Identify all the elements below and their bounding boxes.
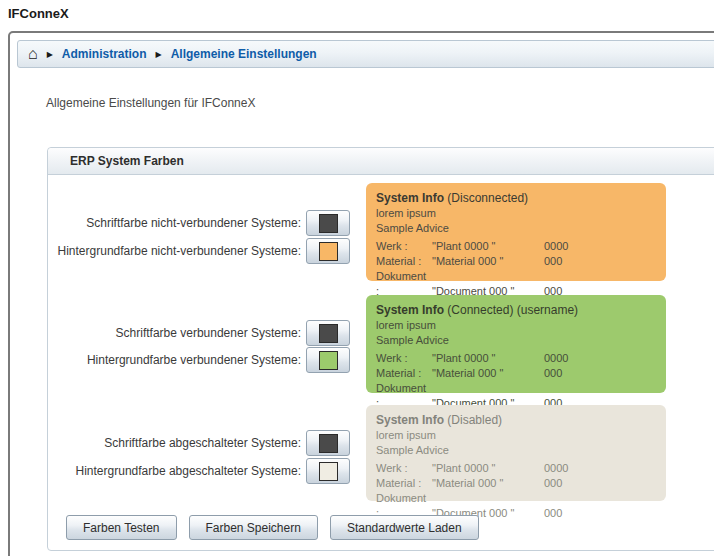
color-picker-button-background-disconnected[interactable] <box>306 238 350 264</box>
color-swatch <box>319 214 338 233</box>
action-button-row: Farben Testen Farben Speichern Standardw… <box>66 515 479 540</box>
setting-label: Hintergrundfarbe nicht-verbundener Syste… <box>48 238 301 264</box>
color-picker-button-font-disabled[interactable] <box>306 430 350 456</box>
preview-line: lorem ipsum <box>376 428 656 443</box>
setting-label: Schriftfarbe abgeschalteter Systeme: <box>48 430 301 456</box>
breadcrumb-link-administration[interactable]: Administration <box>62 47 147 61</box>
preview-data-row: Material :"Material 000 "000 <box>376 254 656 269</box>
erp-system-farben-panel: ERP System Farben Schriftfarbe nicht-ver… <box>47 147 714 551</box>
setting-label: Schriftfarbe verbundener Systeme: <box>48 320 301 346</box>
preview-data-row: Material :"Material 000 "000 <box>376 476 656 491</box>
preview-title: System Info (Connected) (username) <box>376 302 656 318</box>
color-swatch <box>319 351 338 370</box>
preview-title: System Info (Disabled) <box>376 412 656 428</box>
setting-label: Schriftfarbe nicht-verbundener Systeme: <box>48 210 301 236</box>
preview-data-row: Werk :"Plant 0000 "0000 <box>376 351 656 366</box>
preview-line: lorem ipsum <box>376 206 656 221</box>
preview-connected: System Info (Connected) (username) lorem… <box>366 295 666 393</box>
preview-data-row: Werk :"Plant 0000 "0000 <box>376 461 656 476</box>
preview-line: Sample Advice <box>376 221 656 236</box>
preview-line: Sample Advice <box>376 333 656 348</box>
color-swatch <box>319 462 338 481</box>
color-swatch <box>319 324 338 343</box>
preview-disconnected: System Info (Disconnected) lorem ipsum S… <box>366 183 666 281</box>
preview-line: lorem ipsum <box>376 318 656 333</box>
farben-speichern-button[interactable]: Farben Speichern <box>189 515 318 540</box>
chevron-right-icon: ▶ <box>47 50 53 59</box>
chevron-right-icon: ▶ <box>156 50 162 59</box>
panel-body: Schriftfarbe nicht-verbundener Systeme: … <box>48 175 714 550</box>
preview-title: System Info (Disconnected) <box>376 190 656 206</box>
breadcrumb-link-allgemeine-einstellungen[interactable]: Allgemeine Einstellungen <box>171 47 317 61</box>
color-picker-button-background-disabled[interactable] <box>306 458 350 484</box>
preview-data-row: Werk :"Plant 0000 "0000 <box>376 239 656 254</box>
breadcrumb: ⌂ ▶ Administration ▶ Allgemeine Einstell… <box>17 40 714 68</box>
color-swatch <box>319 434 338 453</box>
standardwerte-laden-button[interactable]: Standardwerte Laden <box>330 515 479 540</box>
preview-line: Sample Advice <box>376 443 656 458</box>
app-title: IFConneX <box>8 6 69 21</box>
farben-testen-button[interactable]: Farben Testen <box>66 515 177 540</box>
home-icon[interactable]: ⌂ <box>28 46 38 62</box>
color-swatch <box>319 242 338 261</box>
setting-label: Hintergrundfarbe abgeschalteter Systeme: <box>48 458 301 484</box>
color-picker-button-font-disconnected[interactable] <box>306 210 350 236</box>
panel-title: ERP System Farben <box>48 148 714 175</box>
page-subtitle: Allgemeine Einstellungen für IFConneX <box>46 96 714 111</box>
color-picker-button-background-connected[interactable] <box>306 347 350 373</box>
preview-disabled: System Info (Disabled) lorem ipsum Sampl… <box>366 405 666 501</box>
main-container: ⌂ ▶ Administration ▶ Allgemeine Einstell… <box>8 31 714 556</box>
preview-data-row: Material :"Material 000 "000 <box>376 366 656 381</box>
color-picker-button-font-connected[interactable] <box>306 320 350 346</box>
setting-label: Hintergrundfarbe verbundener Systeme: <box>48 347 301 373</box>
